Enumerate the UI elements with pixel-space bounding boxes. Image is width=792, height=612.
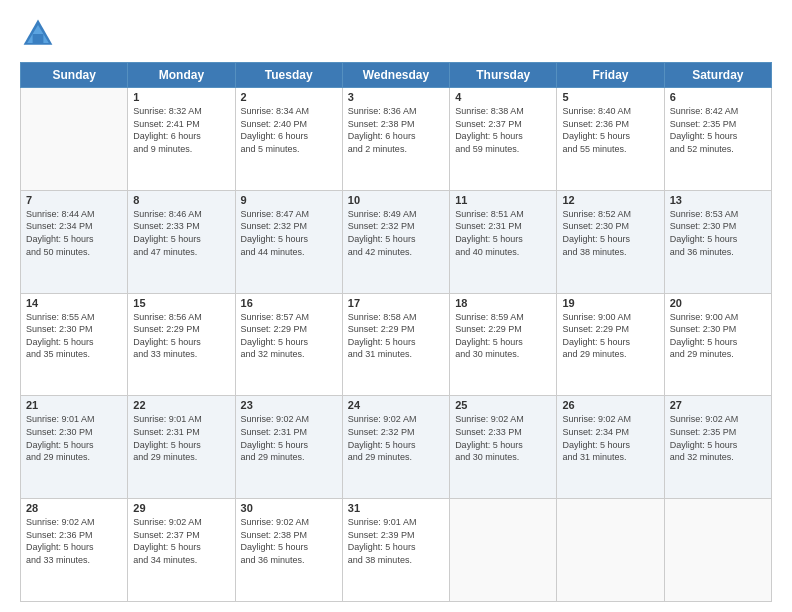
calendar-cell: 20Sunrise: 9:00 AM Sunset: 2:30 PM Dayli…: [664, 293, 771, 396]
day-info: Sunrise: 8:51 AM Sunset: 2:31 PM Dayligh…: [455, 208, 551, 258]
day-number: 13: [670, 194, 766, 206]
calendar-cell: 11Sunrise: 8:51 AM Sunset: 2:31 PM Dayli…: [450, 190, 557, 293]
calendar-cell: 28Sunrise: 9:02 AM Sunset: 2:36 PM Dayli…: [21, 499, 128, 602]
day-number: 2: [241, 91, 337, 103]
day-number: 21: [26, 399, 122, 411]
day-info: Sunrise: 9:01 AM Sunset: 2:30 PM Dayligh…: [26, 413, 122, 463]
week-row-5: 28Sunrise: 9:02 AM Sunset: 2:36 PM Dayli…: [21, 499, 772, 602]
day-number: 27: [670, 399, 766, 411]
day-info: Sunrise: 8:34 AM Sunset: 2:40 PM Dayligh…: [241, 105, 337, 155]
day-number: 29: [133, 502, 229, 514]
day-info: Sunrise: 8:40 AM Sunset: 2:36 PM Dayligh…: [562, 105, 658, 155]
calendar-cell: [664, 499, 771, 602]
day-info: Sunrise: 9:01 AM Sunset: 2:39 PM Dayligh…: [348, 516, 444, 566]
calendar-table: SundayMondayTuesdayWednesdayThursdayFrid…: [20, 62, 772, 602]
header: [20, 16, 772, 52]
day-info: Sunrise: 8:44 AM Sunset: 2:34 PM Dayligh…: [26, 208, 122, 258]
calendar-cell: 29Sunrise: 9:02 AM Sunset: 2:37 PM Dayli…: [128, 499, 235, 602]
calendar-cell: 9Sunrise: 8:47 AM Sunset: 2:32 PM Daylig…: [235, 190, 342, 293]
calendar-cell: 13Sunrise: 8:53 AM Sunset: 2:30 PM Dayli…: [664, 190, 771, 293]
calendar-cell: 2Sunrise: 8:34 AM Sunset: 2:40 PM Daylig…: [235, 88, 342, 191]
calendar-cell: 16Sunrise: 8:57 AM Sunset: 2:29 PM Dayli…: [235, 293, 342, 396]
day-info: Sunrise: 8:58 AM Sunset: 2:29 PM Dayligh…: [348, 311, 444, 361]
logo-icon: [20, 16, 56, 52]
calendar-cell: 22Sunrise: 9:01 AM Sunset: 2:31 PM Dayli…: [128, 396, 235, 499]
day-info: Sunrise: 8:59 AM Sunset: 2:29 PM Dayligh…: [455, 311, 551, 361]
weekday-header-row: SundayMondayTuesdayWednesdayThursdayFrid…: [21, 63, 772, 88]
page: SundayMondayTuesdayWednesdayThursdayFrid…: [0, 0, 792, 612]
day-number: 9: [241, 194, 337, 206]
week-row-3: 14Sunrise: 8:55 AM Sunset: 2:30 PM Dayli…: [21, 293, 772, 396]
calendar-cell: 26Sunrise: 9:02 AM Sunset: 2:34 PM Dayli…: [557, 396, 664, 499]
weekday-header-wednesday: Wednesday: [342, 63, 449, 88]
week-row-4: 21Sunrise: 9:01 AM Sunset: 2:30 PM Dayli…: [21, 396, 772, 499]
calendar-cell: [557, 499, 664, 602]
logo: [20, 16, 60, 52]
calendar-cell: 6Sunrise: 8:42 AM Sunset: 2:35 PM Daylig…: [664, 88, 771, 191]
day-number: 7: [26, 194, 122, 206]
calendar-cell: 24Sunrise: 9:02 AM Sunset: 2:32 PM Dayli…: [342, 396, 449, 499]
day-info: Sunrise: 8:36 AM Sunset: 2:38 PM Dayligh…: [348, 105, 444, 155]
calendar-cell: [450, 499, 557, 602]
day-info: Sunrise: 8:53 AM Sunset: 2:30 PM Dayligh…: [670, 208, 766, 258]
calendar-cell: 5Sunrise: 8:40 AM Sunset: 2:36 PM Daylig…: [557, 88, 664, 191]
calendar-cell: 31Sunrise: 9:01 AM Sunset: 2:39 PM Dayli…: [342, 499, 449, 602]
weekday-header-monday: Monday: [128, 63, 235, 88]
day-number: 22: [133, 399, 229, 411]
day-info: Sunrise: 9:02 AM Sunset: 2:34 PM Dayligh…: [562, 413, 658, 463]
day-info: Sunrise: 9:02 AM Sunset: 2:35 PM Dayligh…: [670, 413, 766, 463]
day-info: Sunrise: 9:01 AM Sunset: 2:31 PM Dayligh…: [133, 413, 229, 463]
calendar-cell: 4Sunrise: 8:38 AM Sunset: 2:37 PM Daylig…: [450, 88, 557, 191]
day-info: Sunrise: 8:49 AM Sunset: 2:32 PM Dayligh…: [348, 208, 444, 258]
calendar-cell: [21, 88, 128, 191]
calendar-cell: 12Sunrise: 8:52 AM Sunset: 2:30 PM Dayli…: [557, 190, 664, 293]
calendar-cell: 10Sunrise: 8:49 AM Sunset: 2:32 PM Dayli…: [342, 190, 449, 293]
calendar-cell: 14Sunrise: 8:55 AM Sunset: 2:30 PM Dayli…: [21, 293, 128, 396]
day-number: 10: [348, 194, 444, 206]
day-number: 6: [670, 91, 766, 103]
day-info: Sunrise: 8:38 AM Sunset: 2:37 PM Dayligh…: [455, 105, 551, 155]
weekday-header-sunday: Sunday: [21, 63, 128, 88]
calendar-cell: 8Sunrise: 8:46 AM Sunset: 2:33 PM Daylig…: [128, 190, 235, 293]
day-number: 17: [348, 297, 444, 309]
day-number: 20: [670, 297, 766, 309]
calendar-cell: 17Sunrise: 8:58 AM Sunset: 2:29 PM Dayli…: [342, 293, 449, 396]
calendar-cell: 1Sunrise: 8:32 AM Sunset: 2:41 PM Daylig…: [128, 88, 235, 191]
day-info: Sunrise: 8:52 AM Sunset: 2:30 PM Dayligh…: [562, 208, 658, 258]
day-info: Sunrise: 9:02 AM Sunset: 2:36 PM Dayligh…: [26, 516, 122, 566]
day-number: 18: [455, 297, 551, 309]
day-number: 30: [241, 502, 337, 514]
day-info: Sunrise: 9:00 AM Sunset: 2:29 PM Dayligh…: [562, 311, 658, 361]
weekday-header-tuesday: Tuesday: [235, 63, 342, 88]
calendar-cell: 7Sunrise: 8:44 AM Sunset: 2:34 PM Daylig…: [21, 190, 128, 293]
week-row-2: 7Sunrise: 8:44 AM Sunset: 2:34 PM Daylig…: [21, 190, 772, 293]
weekday-header-thursday: Thursday: [450, 63, 557, 88]
weekday-header-saturday: Saturday: [664, 63, 771, 88]
calendar-cell: 18Sunrise: 8:59 AM Sunset: 2:29 PM Dayli…: [450, 293, 557, 396]
calendar-cell: 15Sunrise: 8:56 AM Sunset: 2:29 PM Dayli…: [128, 293, 235, 396]
day-number: 12: [562, 194, 658, 206]
day-number: 23: [241, 399, 337, 411]
day-info: Sunrise: 9:00 AM Sunset: 2:30 PM Dayligh…: [670, 311, 766, 361]
day-number: 15: [133, 297, 229, 309]
day-number: 4: [455, 91, 551, 103]
calendar-cell: 25Sunrise: 9:02 AM Sunset: 2:33 PM Dayli…: [450, 396, 557, 499]
day-info: Sunrise: 8:42 AM Sunset: 2:35 PM Dayligh…: [670, 105, 766, 155]
calendar-cell: 19Sunrise: 9:00 AM Sunset: 2:29 PM Dayli…: [557, 293, 664, 396]
day-number: 25: [455, 399, 551, 411]
day-info: Sunrise: 8:47 AM Sunset: 2:32 PM Dayligh…: [241, 208, 337, 258]
day-info: Sunrise: 9:02 AM Sunset: 2:37 PM Dayligh…: [133, 516, 229, 566]
calendar-cell: 23Sunrise: 9:02 AM Sunset: 2:31 PM Dayli…: [235, 396, 342, 499]
day-info: Sunrise: 8:56 AM Sunset: 2:29 PM Dayligh…: [133, 311, 229, 361]
calendar-cell: 27Sunrise: 9:02 AM Sunset: 2:35 PM Dayli…: [664, 396, 771, 499]
day-number: 16: [241, 297, 337, 309]
svg-rect-2: [33, 34, 44, 43]
day-number: 19: [562, 297, 658, 309]
calendar-cell: 3Sunrise: 8:36 AM Sunset: 2:38 PM Daylig…: [342, 88, 449, 191]
day-number: 26: [562, 399, 658, 411]
day-number: 14: [26, 297, 122, 309]
week-row-1: 1Sunrise: 8:32 AM Sunset: 2:41 PM Daylig…: [21, 88, 772, 191]
day-info: Sunrise: 8:55 AM Sunset: 2:30 PM Dayligh…: [26, 311, 122, 361]
weekday-header-friday: Friday: [557, 63, 664, 88]
day-number: 11: [455, 194, 551, 206]
